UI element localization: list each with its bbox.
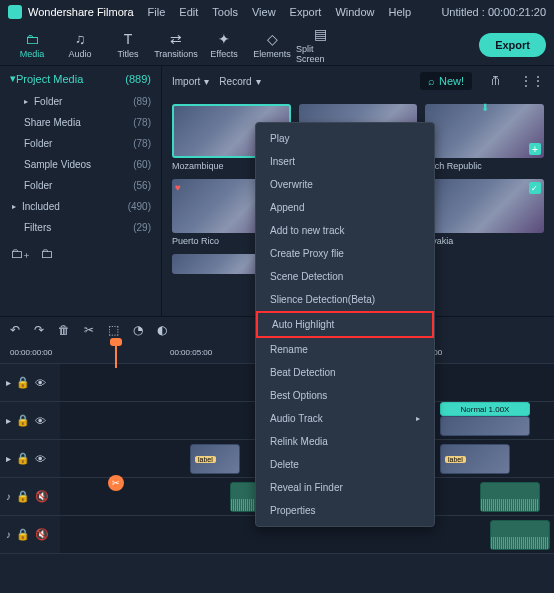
ctx-reveal-finder[interactable]: Reveal in Finder [256,476,434,499]
clip-video[interactable] [440,416,530,436]
clip-audio[interactable] [480,482,540,512]
tab-splitscreen[interactable]: ▤Split Screen [296,26,344,64]
ctx-scene-detect[interactable]: Scene Detection [256,265,434,288]
thumb-image: ⬇+ [425,104,544,158]
eye-icon[interactable]: 👁 [35,377,46,389]
chevron-right-icon: ▸ [12,202,16,211]
ctx-overwrite[interactable]: Overwrite [256,173,434,196]
grid-view-icon[interactable]: ⋮⋮ [520,74,544,88]
tab-transitions[interactable]: ⇄Transitions [152,26,200,64]
ctx-proxy[interactable]: Create Proxy flie [256,242,434,265]
audio-icon: ♫ [75,31,86,47]
tab-titles[interactable]: TTitles [104,26,152,64]
menu-view[interactable]: View [252,6,276,18]
ctx-beat-detect[interactable]: Beat Detection [256,361,434,384]
sidebar-item-folder3[interactable]: Folder(56) [0,175,161,196]
clip-video[interactable]: label [440,444,510,474]
ctx-relink[interactable]: Relink Media [256,430,434,453]
ctx-auto-highlight[interactable]: Auto Highlight [256,311,434,338]
project-name: Untitled : 00:00:21:20 [441,6,546,18]
sidebar-item-samplevideos[interactable]: Sample Videos(60) [0,154,161,175]
video-icon: ▸ [6,453,11,464]
transitions-icon: ⇄ [170,31,182,47]
download-icon: ⬇ [481,102,489,113]
ctx-play[interactable]: Play [256,127,434,150]
lock-icon[interactable]: 🔒 [16,376,30,389]
heart-icon[interactable]: ♥ [175,182,181,193]
clip-speed[interactable]: Normal 1.00X [440,402,530,416]
eye-icon[interactable]: 👁 [35,453,46,465]
elements-icon: ◇ [267,31,278,47]
clip-audio[interactable] [490,520,550,550]
media-thumb[interactable]: ✓lovakia [425,179,544,246]
menu-tools[interactable]: Tools [212,6,238,18]
ctx-silence-detect[interactable]: Slience Detection(Beta) [256,288,434,311]
ctx-properties[interactable]: Properties [256,499,434,522]
titlebar: Wondershare Filmora File Edit Tools View… [0,0,554,24]
ctx-delete[interactable]: Delete [256,453,434,476]
chevron-right-icon: ▸ [416,414,420,423]
menu-window[interactable]: Window [335,6,374,18]
content-header: Import▾ Record▾ ⌕New! ⫚ ⋮⋮ [162,66,554,96]
cut-icon[interactable]: ✂ [84,323,94,337]
sidebar-item-sharemedia[interactable]: Share Media(78) [0,112,161,133]
folder-icon[interactable]: 🗀 [40,246,53,261]
mute-icon[interactable]: 🔇 [35,528,49,541]
tab-media[interactable]: 🗀Media [8,26,56,64]
sidebar-item-included[interactable]: ▸Included(490) [0,196,161,217]
sidebar-header[interactable]: ▾ Project Media (889) [0,66,161,91]
import-dropdown[interactable]: Import▾ [172,76,209,87]
track-header: ▸🔒👁 [0,440,60,477]
record-dropdown[interactable]: Record▾ [219,76,260,87]
sidebar: ▾ Project Media (889) ▸Folder(89) Share … [0,66,162,316]
ctx-add-track[interactable]: Add to new track [256,219,434,242]
sidebar-item-filters[interactable]: Filters(29) [0,217,161,238]
tab-audio[interactable]: ♫Audio [56,26,104,64]
audio-icon: ♪ [6,491,11,502]
mute-icon[interactable]: 🔇 [35,490,49,503]
search-icon: ⌕ [428,75,435,87]
search-box[interactable]: ⌕New! [420,72,472,90]
menu-help[interactable]: Help [389,6,412,18]
track-header: ♪🔒🔇 [0,516,60,553]
audio-icon: ♪ [6,529,11,540]
menu-edit[interactable]: Edit [179,6,198,18]
ctx-audio-track[interactable]: Audio Track▸ [256,407,434,430]
speed-icon[interactable]: ◔ [133,323,143,337]
main-toolbar: 🗀Media ♫Audio TTitles ⇄Transitions ✦Effe… [0,24,554,66]
sidebar-bottom: 🗀₊ 🗀 [0,238,161,269]
ctx-rename[interactable]: Rename [256,338,434,361]
lock-icon[interactable]: 🔒 [16,490,30,503]
menu-export[interactable]: Export [290,6,322,18]
undo-icon[interactable]: ↶ [10,323,20,337]
lock-icon[interactable]: 🔒 [16,452,30,465]
menu-file[interactable]: File [148,6,166,18]
clip-video[interactable]: label [190,444,240,474]
chevron-down-icon: ▾ [256,76,261,87]
color-icon[interactable]: ◐ [157,323,167,337]
export-button[interactable]: Export [479,33,546,57]
check-icon: ✓ [529,182,541,194]
split-icon: ▤ [314,26,327,42]
crop-icon[interactable]: ⬚ [108,323,119,337]
trash-icon[interactable]: 🗑 [58,323,70,337]
app-name: Wondershare Filmora [28,6,134,18]
chevron-right-icon: ▸ [24,97,28,106]
ctx-insert[interactable]: Insert [256,150,434,173]
filter-icon[interactable]: ⫚ [490,74,502,88]
ctx-append[interactable]: Append [256,196,434,219]
playhead[interactable] [115,342,117,368]
lock-icon[interactable]: 🔒 [16,414,30,427]
sidebar-item-folder[interactable]: ▸Folder(89) [0,91,161,112]
eye-icon[interactable]: 👁 [35,415,46,427]
media-thumb[interactable]: ⬇+zech Republic [425,104,544,171]
plus-icon[interactable]: + [529,143,541,155]
sidebar-item-folder2[interactable]: Folder(78) [0,133,161,154]
ctx-best-options[interactable]: Best Options [256,384,434,407]
tab-effects[interactable]: ✦Effects [200,26,248,64]
scissors-marker-icon[interactable]: ✂ [108,475,124,491]
lock-icon[interactable]: 🔒 [16,528,30,541]
tab-elements[interactable]: ◇Elements [248,26,296,64]
redo-icon[interactable]: ↷ [34,323,44,337]
new-folder-icon[interactable]: 🗀₊ [10,246,30,261]
